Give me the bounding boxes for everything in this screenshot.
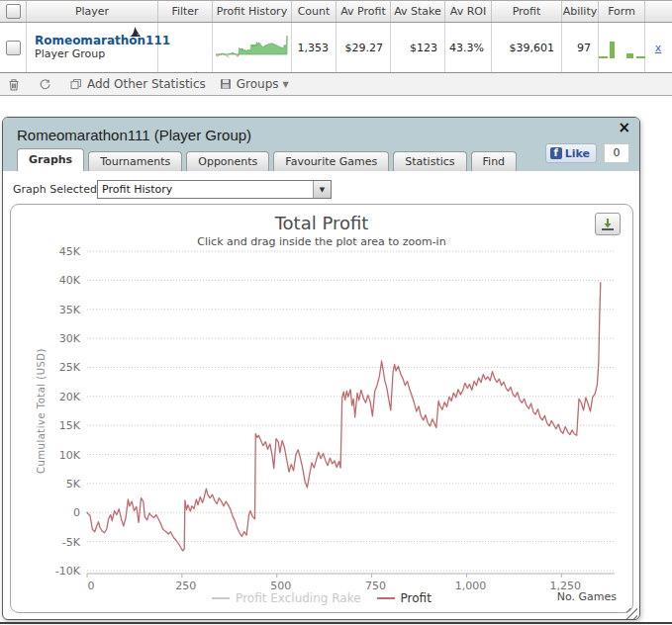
svg-text:0: 0 — [73, 506, 80, 519]
facebook-icon: f — [550, 147, 562, 159]
form-bar — [636, 56, 645, 58]
column-header-blank[interactable] — [645, 1, 671, 22]
tab-statistics[interactable]: Statistics — [393, 151, 466, 171]
svg-text:40K: 40K — [59, 274, 81, 287]
row-checkbox-cell — [0, 23, 27, 72]
add-other-statistics-label: Add Other Statistics — [87, 77, 206, 91]
column-header-filter[interactable]: Filter — [158, 1, 213, 22]
tab-graphs[interactable]: Graphs — [17, 148, 84, 171]
groups-label: Groups — [237, 77, 279, 91]
graph-selected-label: Graph Selected: — [13, 183, 101, 196]
legend-dash — [212, 597, 230, 599]
dialog-title: Romeomarathon111 (Player Group) — [17, 127, 251, 143]
svg-text:20K: 20K — [59, 391, 81, 403]
column-header-ability[interactable]: Ability — [562, 1, 599, 22]
form-bar — [626, 53, 633, 58]
column-header-checkbox[interactable] — [0, 1, 27, 22]
svg-text:5K: 5K — [66, 478, 81, 491]
table-header-row: PlayerFilterProfit HistoryCountAv Profit… — [0, 1, 672, 23]
legend-dash — [377, 597, 395, 599]
groups-caret-icon: ▼ — [283, 80, 289, 89]
column-header-profit[interactable]: Profit — [492, 1, 562, 22]
column-header-form[interactable]: Form — [599, 1, 645, 22]
profit-history-cell[interactable] — [213, 23, 292, 72]
svg-text:25K: 25K — [59, 361, 81, 374]
profit-line-chart[interactable]: 45K40K35K30K25K20K15K10K5K0-5K-10K025050… — [11, 205, 632, 612]
profit-sparkline — [215, 34, 290, 61]
svg-text:10K: 10K — [59, 449, 81, 462]
remove-row-link[interactable]: x — [655, 42, 662, 54]
column-header-av-stake[interactable]: Av Stake — [391, 1, 445, 22]
table-row: Romeomarathon111 Player Group 1,353 $29.… — [0, 23, 672, 73]
svg-text:-5K: -5K — [62, 536, 81, 549]
column-header-count[interactable]: Count — [292, 1, 336, 22]
av-stake-value: $123 — [391, 23, 445, 72]
dialog-tabs: GraphsTournamentsOpponentsFavourite Game… — [17, 148, 521, 171]
graph-select-value: Profit History — [98, 181, 313, 198]
form-bar — [610, 42, 615, 58]
add-other-statistics-button[interactable]: Add Other Statistics — [70, 77, 206, 91]
filter-cell[interactable] — [158, 23, 213, 72]
av-roi-value: 43.3% — [445, 23, 492, 72]
svg-text:-10K: -10K — [55, 565, 81, 578]
tab-favourite-games[interactable]: Favourite Games — [273, 151, 389, 171]
svg-text:30K: 30K — [59, 332, 81, 345]
close-icon[interactable]: × — [618, 120, 630, 135]
dropdown-arrow-icon: ▼ — [313, 181, 331, 198]
player-cell: Romeomarathon111 Player Group — [27, 23, 158, 72]
bottom-divider — [0, 622, 672, 624]
dialog-resize-handle[interactable] — [626, 608, 637, 619]
legend-label: Profit Excluding Rake — [236, 591, 360, 605]
legend-label: Profit — [401, 591, 432, 605]
facebook-like-count: 0 — [604, 143, 629, 163]
x-axis-title: No. Games — [557, 590, 617, 603]
tab-tournaments[interactable]: Tournaments — [88, 151, 182, 171]
svg-text:35K: 35K — [59, 304, 81, 316]
player-name-link[interactable]: Romeomarathon111 — [35, 34, 170, 47]
form-bar — [599, 56, 608, 58]
remove-cell: x — [645, 23, 671, 72]
facebook-like-label: Like — [565, 147, 590, 160]
player-type-label: Player Group — [35, 47, 105, 61]
column-header-av-profit[interactable]: Av Profit — [336, 1, 391, 22]
ability-value: 97 — [562, 23, 599, 72]
form-cell — [599, 23, 645, 72]
delete-button[interactable] — [8, 78, 25, 91]
legend-item-profit-excluding-rake[interactable]: Profit Excluding Rake — [212, 591, 360, 605]
svg-text:45K: 45K — [59, 245, 81, 258]
count-value: 1,353 — [292, 23, 336, 72]
dialog-body: Graph Selected: Profit History ▼ Total P… — [3, 171, 639, 621]
svg-text:15K: 15K — [59, 419, 81, 432]
column-header-av-roi[interactable]: Av ROI — [445, 1, 492, 22]
graph-select-dropdown[interactable]: Profit History ▼ — [97, 180, 332, 199]
form-mini-chart — [599, 37, 645, 58]
row-checkbox[interactable] — [6, 41, 21, 55]
profit-value: $39,601 — [492, 23, 562, 72]
tab-find[interactable]: Find — [471, 151, 518, 171]
results-table: PlayerFilterProfit HistoryCountAv Profit… — [0, 0, 672, 96]
column-header-player[interactable]: Player — [27, 1, 158, 22]
refresh-button[interactable] — [39, 78, 56, 91]
table-toolbar: Add Other Statistics Groups ▼ — [0, 73, 672, 96]
chart-legend: Profit Excluding RakeProfit — [11, 591, 632, 605]
select-all-checkbox[interactable] — [6, 4, 21, 19]
legend-item-profit[interactable]: Profit — [377, 591, 432, 605]
svg-text:Cumulative Total (USD): Cumulative Total (USD) — [36, 348, 47, 474]
column-header-profit-history[interactable]: Profit History — [213, 1, 292, 22]
player-dialog: Romeomarathon111 (Player Group) × Graphs… — [2, 117, 640, 620]
facebook-like-widget: f Like 0 — [545, 143, 629, 163]
dialog-header: Romeomarathon111 (Player Group) × Graphs… — [3, 118, 639, 171]
tab-opponents[interactable]: Opponents — [186, 151, 269, 171]
av-profit-value: $29.27 — [336, 23, 391, 72]
chart-panel: Total Profit Click and drag inside the p… — [10, 204, 633, 613]
facebook-like-button[interactable]: f Like — [545, 143, 597, 163]
groups-button[interactable]: Groups ▼ — [220, 77, 289, 91]
shark-icon — [128, 26, 142, 41]
